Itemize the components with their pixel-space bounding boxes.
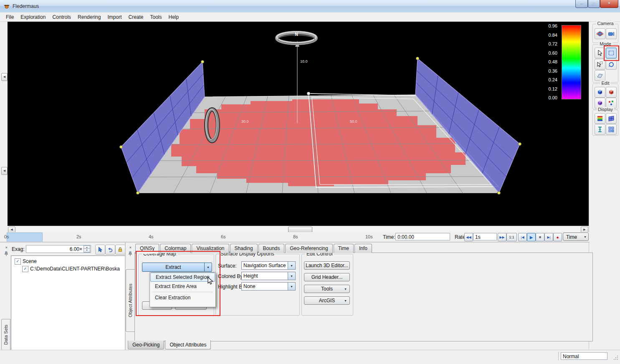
- tick-2s: 2s: [76, 234, 81, 239]
- tab-colormap[interactable]: Colormap: [160, 244, 191, 253]
- rate-one-to-one-button[interactable]: 1:1: [506, 233, 517, 241]
- menu-extract-selected-region[interactable]: Extract Selected Region: [150, 273, 215, 282]
- select-mode-button[interactable]: [606, 48, 617, 58]
- menu-controls[interactable]: Controls: [49, 13, 74, 21]
- splitter-collapse-button[interactable]: ◀: [1, 73, 8, 81]
- scene-tree[interactable]: ✓ Scene ✓ C:\DemoData\CLIENT-PARTNER\Bos…: [11, 255, 125, 351]
- resize-grip[interactable]: [613, 355, 618, 360]
- side-tab-object-attributes[interactable]: Object Attributes: [126, 269, 135, 332]
- pick-cursor-icon: [597, 61, 603, 68]
- display-colormap-button[interactable]: [595, 113, 605, 124]
- rate-increase-button[interactable]: ▶▶: [498, 233, 506, 241]
- plane-mode-button[interactable]: [595, 70, 605, 81]
- chevron-down-icon: ▼: [288, 262, 295, 269]
- compass-ring[interactable]: N: [277, 32, 316, 43]
- scene-checkbox[interactable]: ✓: [15, 258, 21, 265]
- select-rectangle-icon: [608, 50, 615, 56]
- camera-view-button[interactable]: [606, 28, 617, 39]
- camera-icon: [608, 30, 615, 37]
- skip-to-start-button[interactable]: |◀: [518, 233, 527, 241]
- pick-mode-button[interactable]: [595, 59, 605, 70]
- left-arrow-icon: ◀: [3, 169, 5, 172]
- highlight-by-value: None: [243, 283, 288, 289]
- exag-spinbox[interactable]: 6.00× ▲ ▼: [26, 245, 91, 253]
- menu-clear-extraction[interactable]: Clear Extraction: [150, 293, 215, 302]
- maximize-button[interactable]: □: [588, 0, 600, 8]
- attributes-pin-icon[interactable]: [128, 251, 133, 256]
- fledermaus-window: Fledermaus ─ □ × File Exploration Contro…: [0, 0, 620, 364]
- rotate-mode-button[interactable]: [606, 59, 617, 70]
- splitter-collapse-button-2[interactable]: ◀: [1, 167, 8, 175]
- tab-visualization[interactable]: Visualization: [192, 244, 229, 253]
- plane-icon: [597, 72, 603, 79]
- close-button[interactable]: ×: [600, 0, 618, 8]
- attributes-close-button[interactable]: ×: [127, 245, 134, 251]
- tree-item-dataset[interactable]: ✓ C:\DemoData\CLIENT-PARTNER\Boska...: [22, 265, 122, 273]
- time-value-field[interactable]: 0:00.00: [395, 233, 450, 240]
- tab-data-sets[interactable]: Data Sets: [1, 319, 10, 351]
- tools-dropdown-button[interactable]: Tools ▼: [304, 285, 350, 293]
- menu-tools[interactable]: Tools: [147, 13, 165, 21]
- explore-mode-button[interactable]: [595, 48, 605, 58]
- grid-header-button[interactable]: Grid Header...: [304, 273, 350, 281]
- minimize-button[interactable]: ─: [575, 0, 588, 8]
- display-scalebar-button[interactable]: [595, 124, 605, 135]
- time-mode-dropdown[interactable]: Time ▼: [563, 233, 589, 241]
- menu-bar: File Exploration Controls Rendering Impo…: [0, 13, 620, 22]
- tab-geo-referencing[interactable]: Geo-Referencing: [285, 244, 332, 253]
- exag-spin-down[interactable]: ▼: [84, 248, 90, 253]
- menu-import[interactable]: Import: [104, 13, 125, 21]
- axis-depth-label: 10.0: [300, 59, 308, 63]
- orbit-camera-button[interactable]: [595, 28, 605, 39]
- viewport-3d[interactable]: 10.0 N 30.0 50.0 0.96 0.84 0.72: [8, 22, 589, 226]
- selection-handle[interactable]: [307, 92, 310, 95]
- arcgis-dropdown-button[interactable]: ArcGIS ▼: [304, 296, 350, 305]
- tab-object-attributes[interactable]: Object Attributes: [165, 340, 211, 349]
- colored-by-dropdown[interactable]: Height ▼: [241, 272, 296, 280]
- edit-surface-button[interactable]: [595, 87, 605, 98]
- horizontal-splitter[interactable]: [0, 242, 590, 243]
- status-mode-field[interactable]: Normal: [561, 352, 607, 360]
- tab-time[interactable]: Time: [334, 244, 354, 253]
- chevron-down-icon: ▼: [288, 272, 295, 280]
- title-bar[interactable]: Fledermaus ─ □ ×: [0, 0, 620, 13]
- record-button[interactable]: ●: [553, 233, 562, 241]
- tab-shading[interactable]: Shading: [230, 244, 258, 253]
- highlight-by-dropdown[interactable]: None ▼: [241, 282, 296, 291]
- tab-info[interactable]: Info: [354, 244, 372, 253]
- stop-button[interactable]: ■: [536, 233, 544, 241]
- extract-dropdown-button[interactable]: Extract ▼: [142, 263, 212, 272]
- dataset-checkbox[interactable]: ✓: [22, 266, 28, 272]
- skip-to-end-button[interactable]: ▶|: [544, 233, 553, 241]
- grid-icon: [608, 126, 615, 133]
- tools-button-label: Tools: [321, 286, 333, 292]
- tab-geo-picking[interactable]: Geo-Picking: [128, 341, 164, 349]
- undo-view-button[interactable]: [105, 245, 115, 255]
- timeline-selection[interactable]: [7, 233, 43, 242]
- tab-bounds[interactable]: Bounds: [258, 244, 285, 253]
- scene-3d[interactable]: 10.0 N 30.0 50.0: [8, 22, 589, 226]
- menu-help[interactable]: Help: [165, 13, 182, 21]
- play-button[interactable]: ▶: [527, 233, 536, 241]
- tab-qinsy[interactable]: QINSy: [135, 244, 159, 254]
- menu-create[interactable]: Create: [125, 13, 147, 21]
- display-walls-button[interactable]: [606, 113, 617, 124]
- menu-exploration[interactable]: Exploration: [17, 13, 49, 21]
- surface-dropdown[interactable]: Navigation Surface ▼: [241, 261, 296, 270]
- menu-separator: [152, 292, 213, 292]
- menu-rendering[interactable]: Rendering: [74, 13, 104, 21]
- navigate-tool-button[interactable]: [95, 245, 105, 255]
- datasets-close-button[interactable]: ×: [3, 245, 10, 251]
- tree-item-scene[interactable]: ✓ Scene: [15, 258, 119, 265]
- display-grid-button[interactable]: [606, 124, 617, 135]
- rate-value-field[interactable]: 1s: [473, 233, 497, 240]
- menu-extract-entire-area[interactable]: Extract Entire Area: [150, 282, 215, 291]
- rate-decrease-button[interactable]: ◀◀: [464, 233, 473, 241]
- menu-file[interactable]: File: [3, 13, 17, 21]
- lock-view-button[interactable]: [115, 245, 125, 255]
- camera-group-label: Camera: [596, 21, 615, 26]
- launch-3d-editor-button[interactable]: Launch 3D Editor...: [304, 261, 350, 270]
- left-arrow-icon: ◀: [3, 75, 5, 78]
- datasets-pin-icon[interactable]: [4, 251, 9, 256]
- edit-area-button[interactable]: [606, 87, 617, 98]
